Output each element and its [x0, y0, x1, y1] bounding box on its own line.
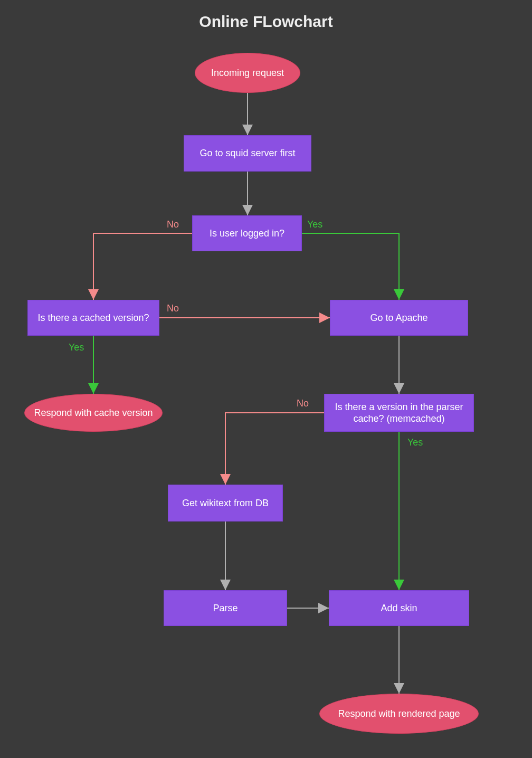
node-loggedin-decision: Is user logged in? — [192, 215, 302, 251]
node-cacheresp-end: Respond with cache version — [24, 394, 163, 432]
node-parsercache-decision: Is there a version in the parser cache? … — [324, 394, 474, 432]
node-cached-decision: Is there a cached version? — [27, 300, 159, 336]
page-title: Online FLowchart — [0, 13, 532, 31]
node-squid-process: Go to squid server first — [184, 135, 311, 172]
edge-loggedin-apache — [302, 233, 399, 300]
node-addskin-process: Add skin — [329, 590, 469, 626]
label-cached-no: No — [167, 303, 179, 314]
edge-loggedin-cached — [93, 233, 192, 300]
label-parser-no: No — [297, 398, 309, 409]
node-rendered-end: Respond with rendered page — [319, 694, 479, 734]
node-parse-process: Parse — [164, 590, 287, 626]
label-cached-yes: Yes — [69, 342, 84, 353]
label-loggedin-no: No — [167, 219, 179, 230]
node-wikitext-process: Get wikitext from DB — [168, 485, 283, 522]
flowchart-canvas: Online FLowchart — [0, 0, 532, 758]
edges-layer — [0, 0, 532, 758]
node-apache-process: Go to Apache — [330, 300, 468, 336]
label-loggedin-yes: Yes — [307, 219, 322, 230]
node-incoming-start: Incoming request — [195, 53, 300, 93]
label-parser-yes: Yes — [407, 437, 423, 448]
edge-parsercache-wikitext — [225, 413, 324, 485]
